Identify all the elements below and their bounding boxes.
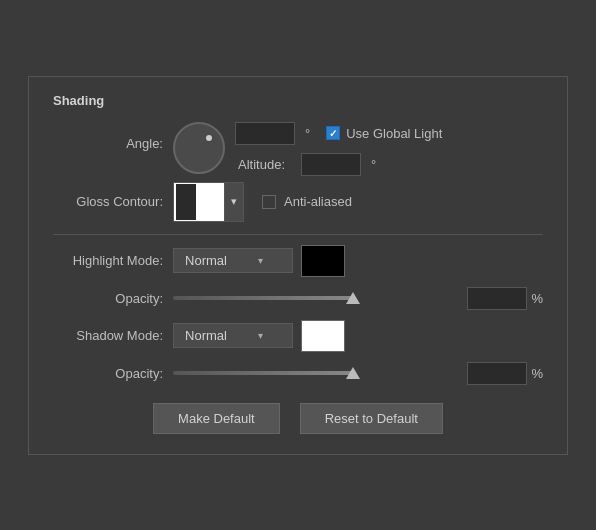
highlight-percent: % <box>531 291 543 306</box>
angle-label: Angle: <box>53 122 173 151</box>
shadow-opacity-slider-container <box>173 371 459 375</box>
altitude-unit: ° <box>371 157 376 172</box>
panel-title: Shading <box>53 93 543 108</box>
altitude-label: Altitude: <box>235 157 295 172</box>
altitude-input[interactable]: 53 <box>301 153 361 176</box>
anti-aliased-checkbox[interactable] <box>262 195 276 209</box>
shadow-opacity-thumb[interactable] <box>346 367 360 379</box>
highlight-opacity-slider-container <box>173 296 459 300</box>
shadow-mode-dropdown[interactable]: Normal ▾ <box>173 323 293 348</box>
shadow-opacity-slider-track[interactable] <box>173 371 353 375</box>
buttons-row: Make Default Reset to Default <box>53 403 543 434</box>
make-default-button[interactable]: Make Default <box>153 403 280 434</box>
highlight-mode-label: Highlight Mode: <box>53 253 173 268</box>
shading-panel: Shading Angle: 131 ° ✓ Use Global Light <box>28 76 568 455</box>
use-global-light-label: Use Global Light <box>346 126 442 141</box>
angle-input[interactable]: 131 <box>235 122 295 145</box>
divider-1 <box>53 234 543 235</box>
shadow-percent: % <box>531 366 543 381</box>
highlight-mode-value: Normal <box>182 253 230 268</box>
contour-inner-shape <box>176 184 196 220</box>
highlight-color-swatch[interactable] <box>301 245 345 277</box>
highlight-opacity-slider-track[interactable] <box>173 296 353 300</box>
checkmark-icon: ✓ <box>329 128 337 139</box>
angle-circle[interactable] <box>173 122 225 174</box>
anti-aliased-label: Anti-aliased <box>284 194 352 209</box>
highlight-mode-dropdown[interactable]: Normal ▾ <box>173 248 293 273</box>
highlight-opacity-input[interactable]: 100 <box>467 287 527 310</box>
highlight-dropdown-arrow: ▾ <box>236 255 284 266</box>
shadow-color-swatch[interactable] <box>301 320 345 352</box>
highlight-opacity-thumb[interactable] <box>346 292 360 304</box>
shadow-dropdown-arrow: ▾ <box>236 330 284 341</box>
shadow-mode-label: Shadow Mode: <box>53 328 173 343</box>
contour-dropdown-btn[interactable]: ▾ <box>225 182 244 222</box>
angle-indicator <box>206 135 212 141</box>
shadow-opacity-label: Opacity: <box>53 366 173 381</box>
shadow-opacity-input[interactable]: 100 <box>467 362 527 385</box>
angle-unit: ° <box>305 126 310 141</box>
highlight-opacity-label: Opacity: <box>53 291 173 306</box>
gloss-contour-preview[interactable] <box>173 182 225 222</box>
use-global-light-checkbox[interactable]: ✓ <box>326 126 340 140</box>
gloss-contour-label: Gloss Contour: <box>53 194 173 209</box>
use-global-light-row: ✓ Use Global Light <box>326 126 442 141</box>
reset-default-button[interactable]: Reset to Default <box>300 403 443 434</box>
shadow-mode-value: Normal <box>182 328 230 343</box>
